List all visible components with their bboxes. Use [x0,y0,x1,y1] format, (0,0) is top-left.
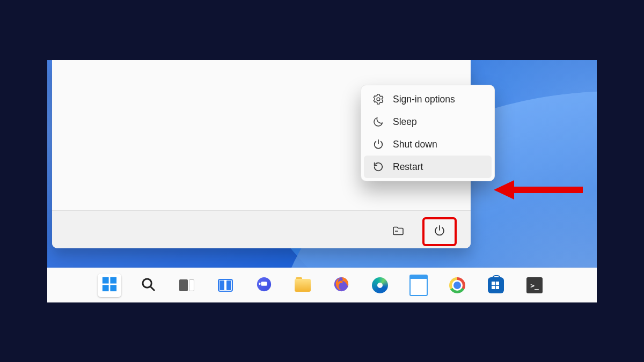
start-menu-footer [52,210,471,248]
menu-item-restart[interactable]: Restart [364,156,492,178]
power-icon [372,138,384,150]
firefox-icon [333,276,349,294]
menu-item-label: Sign-in options [393,94,455,105]
edge-button[interactable] [368,274,392,297]
power-button[interactable] [425,219,455,244]
chat-icon [256,276,272,294]
microsoft-store-icon [488,277,504,293]
svg-rect-3 [103,277,109,284]
microsoft-store-button[interactable] [484,274,508,297]
power-flyout-menu: Sign-in options Sleep Shut down [361,85,495,181]
menu-item-sleep[interactable]: Sleep [364,110,492,133]
task-view-button[interactable] [175,274,199,297]
edge-icon [372,277,388,293]
windows-logo-icon [101,276,118,294]
menu-item-sign-in-options[interactable]: Sign-in options [364,88,492,110]
svg-line-8 [151,287,155,291]
folder-outline-icon [392,224,405,239]
terminal-button[interactable]: >_ [523,274,546,297]
svg-rect-10 [261,282,267,286]
chrome-icon [449,277,465,293]
chat-button[interactable] [252,274,276,297]
svg-rect-11 [259,283,261,285]
footer-folder-button[interactable] [388,221,408,242]
search-button[interactable] [136,274,160,297]
search-icon [140,276,156,294]
svg-rect-5 [103,285,109,291]
svg-point-0 [377,98,380,101]
terminal-icon: >_ [526,277,543,293]
restart-icon [372,161,384,173]
notepad-icon [409,275,428,296]
svg-rect-4 [110,277,116,284]
firefox-button[interactable] [330,274,353,297]
menu-item-label: Sleep [393,116,417,128]
file-explorer-button[interactable] [291,274,314,297]
menu-item-shut-down[interactable]: Shut down [364,133,492,156]
gear-icon [372,93,384,105]
svg-rect-6 [110,285,116,291]
annotation-arrow [493,178,584,204]
menu-item-label: Restart [393,161,423,173]
notepad-button[interactable] [407,274,430,297]
power-icon [433,224,446,239]
menu-item-label: Shut down [393,139,437,150]
start-button[interactable] [98,274,121,297]
moon-icon [372,116,384,128]
taskbar: >_ [47,268,597,302]
svg-marker-2 [494,180,514,200]
task-view-icon [179,279,194,291]
widgets-icon [218,279,233,292]
file-explorer-icon [295,279,311,292]
chrome-button[interactable] [445,274,469,297]
desktop-capture: Sign-in options Sleep Shut down [47,60,597,302]
widgets-button[interactable] [214,274,237,297]
